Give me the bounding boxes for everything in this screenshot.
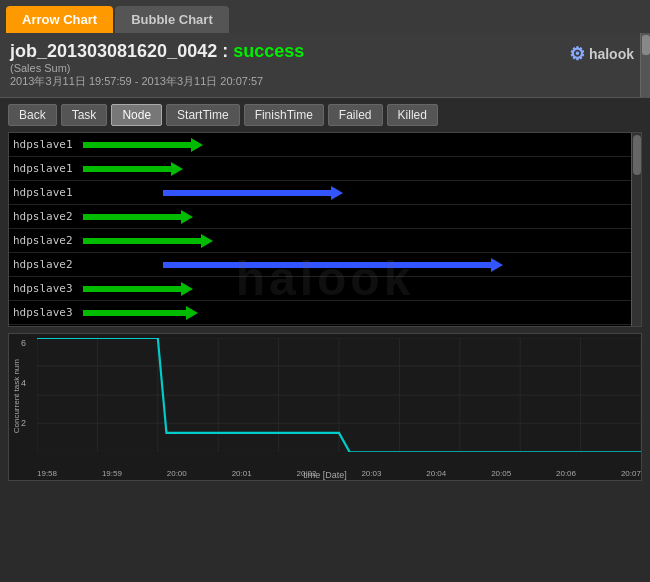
x-label-2003: 20:03 xyxy=(361,469,381,478)
svg-rect-2 xyxy=(83,166,171,172)
arrow-track xyxy=(83,157,641,180)
svg-rect-6 xyxy=(83,214,181,220)
arrow-icon xyxy=(83,282,193,296)
arrow-icon xyxy=(83,306,198,320)
arrow-label: hdpslave3 xyxy=(13,306,83,319)
timerange: 2013年3月11日 19:57:59 - 2013年3月11日 20:07:5… xyxy=(10,74,640,89)
logo-text: halook xyxy=(589,46,634,62)
arrow-row: hdpslave2 xyxy=(9,229,641,253)
svg-marker-9 xyxy=(201,234,213,248)
y-axis-label: Concurrent task num xyxy=(12,359,21,433)
line-chart-svg xyxy=(37,338,641,452)
arrow-track xyxy=(83,253,641,276)
svg-rect-4 xyxy=(163,190,331,196)
arrow-row: hdpslave2 xyxy=(9,253,641,277)
y-label-6: 6 xyxy=(21,338,26,348)
y-label-4: 4 xyxy=(21,378,26,388)
line-chart-area: 6 4 2 Concurrent task num 19:58 19:59 2 xyxy=(8,333,642,481)
x-axis-title: time [Date] xyxy=(303,470,347,480)
arrow-label: hdpslave1 xyxy=(13,162,83,175)
back-button[interactable]: Back xyxy=(8,104,57,126)
finishtime-button[interactable]: FinishTime xyxy=(244,104,324,126)
button-bar: Back Task Node StartTime FinishTime Fail… xyxy=(0,98,650,132)
info-panel: job_201303081620_0042 : success (Sales S… xyxy=(0,33,650,98)
arrow-icon xyxy=(83,162,183,176)
subtitle: (Sales Sum) xyxy=(10,62,640,74)
arrow-label: hdpslave2 xyxy=(13,210,83,223)
arrow-row: hdpslave3 xyxy=(9,277,641,301)
arrow-row: hdpslave1 xyxy=(9,181,641,205)
gear-icon: ⚙ xyxy=(569,43,585,65)
arrow-track xyxy=(83,181,641,204)
arrow-icon xyxy=(163,186,343,200)
scroll-indicator xyxy=(640,33,650,97)
y-label-2: 2 xyxy=(21,418,26,428)
arrow-icon xyxy=(83,234,213,248)
arrow-label: hdpslave2 xyxy=(13,258,83,271)
arrow-label: hdpslave1 xyxy=(13,186,83,199)
svg-marker-7 xyxy=(181,210,193,224)
tab-arrow-chart[interactable]: Arrow Chart xyxy=(6,6,113,33)
svg-rect-10 xyxy=(163,262,491,268)
arrow-track xyxy=(83,229,641,252)
x-label-2007: 20:07 xyxy=(621,469,641,478)
arrow-track xyxy=(83,277,641,300)
job-status: success xyxy=(233,41,304,61)
arrow-icon xyxy=(83,210,193,224)
separator: : xyxy=(222,41,233,61)
arrow-chart-area: hdpslave1hdpslave1hdpslave1hdpslave2hdps… xyxy=(8,132,642,327)
arrow-row: hdpslave1 xyxy=(9,133,641,157)
failed-button[interactable]: Failed xyxy=(328,104,383,126)
arrow-track xyxy=(83,205,641,228)
node-button[interactable]: Node xyxy=(111,104,162,126)
svg-rect-0 xyxy=(83,142,191,148)
x-label-2001: 20:01 xyxy=(232,469,252,478)
x-label-2006: 20:06 xyxy=(556,469,576,478)
x-label-1958: 19:58 xyxy=(37,469,57,478)
x-label-1959: 19:59 xyxy=(102,469,122,478)
svg-rect-8 xyxy=(83,238,201,244)
arrow-icon xyxy=(163,258,503,272)
svg-rect-14 xyxy=(83,310,186,316)
arrow-track xyxy=(83,133,641,156)
arrow-row: hdpslave1 xyxy=(9,157,641,181)
tab-bubble-chart[interactable]: Bubble Chart xyxy=(115,6,229,33)
task-button[interactable]: Task xyxy=(61,104,108,126)
arrow-icon xyxy=(83,138,203,152)
starttime-button[interactable]: StartTime xyxy=(166,104,240,126)
svg-marker-1 xyxy=(191,138,203,152)
svg-marker-5 xyxy=(331,186,343,200)
svg-rect-12 xyxy=(83,286,181,292)
arrow-row: hdpslave3 xyxy=(9,301,641,325)
job-title: job_201303081620_0042 : success xyxy=(10,41,640,62)
svg-marker-15 xyxy=(186,306,198,320)
svg-marker-13 xyxy=(181,282,193,296)
arrow-label: hdpslave3 xyxy=(13,282,83,295)
arrow-label: hdpslave2 xyxy=(13,234,83,247)
y-axis-labels: 6 4 2 xyxy=(21,338,26,458)
x-label-2005: 20:05 xyxy=(491,469,511,478)
svg-marker-11 xyxy=(491,258,503,272)
chart-scrollbar[interactable] xyxy=(631,133,641,326)
x-label-2000: 20:00 xyxy=(167,469,187,478)
tab-bar: Arrow Chart Bubble Chart xyxy=(0,0,650,33)
killed-button[interactable]: Killed xyxy=(387,104,438,126)
arrow-track xyxy=(83,301,641,324)
arrow-label: hdpslave1 xyxy=(13,138,83,151)
halook-logo: ⚙ halook xyxy=(569,43,634,65)
scrollbar-thumb[interactable] xyxy=(633,135,641,175)
job-id: job_201303081620_0042 xyxy=(10,41,217,61)
svg-marker-3 xyxy=(171,162,183,176)
arrow-row: hdpslave2 xyxy=(9,205,641,229)
x-label-2004: 20:04 xyxy=(426,469,446,478)
